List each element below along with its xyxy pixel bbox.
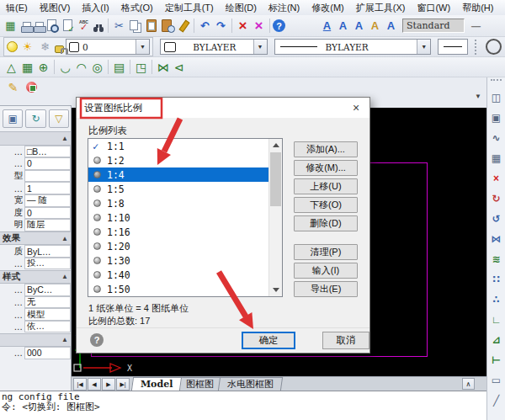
scale-option[interactable]: 1:20 — [88, 239, 268, 253]
menu-item[interactable]: 窗口(W) — [411, 2, 456, 14]
sphere-icon[interactable]: ⊕ — [35, 59, 51, 75]
scrollbar-up-icon[interactable] — [269, 139, 282, 152]
collapse-icon[interactable]: ▲ — [61, 235, 68, 242]
dish-icon[interactable]: ◡ — [57, 59, 73, 75]
scale-option[interactable]: 1:40 — [88, 268, 268, 282]
ok-button[interactable]: 确定 — [242, 332, 295, 349]
menu-item[interactable]: 标注(N) — [263, 2, 306, 14]
text-annotate-icon[interactable]: A — [351, 18, 367, 34]
text-underline-icon[interactable]: A — [319, 18, 335, 34]
collapse-icon[interactable]: ▲ — [61, 135, 68, 142]
properties-section-header[interactable]: ▲ — [0, 333, 71, 348]
linetype-combo[interactable]: BYLAYER ▼ — [274, 39, 432, 55]
plot-icon[interactable] — [31, 20, 44, 31]
lineweight-combo[interactable] — [438, 39, 468, 55]
copy-object-icon[interactable]: ◫ — [488, 88, 505, 108]
delete-button[interactable]: 删除(D) — [294, 215, 358, 231]
tab-last-button[interactable]: ▶| — [116, 378, 130, 391]
paste-special-icon[interactable] — [159, 18, 175, 34]
property-value[interactable]: 随层 — [24, 219, 71, 231]
menu-item[interactable]: 定制工具(T) — [159, 2, 220, 14]
sketch-icon[interactable]: ✎ — [5, 79, 21, 95]
menu-item[interactable]: 修改(M) — [306, 2, 350, 14]
menu-item[interactable]: 扩展工具(X) — [350, 2, 412, 14]
cut-icon[interactable]: ✂ — [111, 18, 127, 34]
undo-icon[interactable]: ↶ — [197, 18, 213, 34]
help-icon[interactable]: ? — [273, 19, 285, 32]
lengthen-icon[interactable]: ∟ — [488, 310, 505, 330]
circle-tool-icon[interactable] — [486, 39, 502, 55]
array-rect-icon[interactable]: ∷ — [488, 269, 505, 290]
publish-check-icon[interactable] — [60, 18, 76, 34]
collapse-icon[interactable]: ▲ — [61, 336, 68, 343]
chevron-down-icon[interactable]: ▼ — [136, 40, 149, 54]
layer-combo[interactable]: 0 ▼ — [66, 39, 150, 55]
erase-icon[interactable]: × — [235, 18, 251, 34]
find-icon[interactable] — [92, 22, 105, 30]
move-down-button[interactable]: 下移(O) — [294, 197, 358, 213]
mesh-icon[interactable]: ▤ — [111, 59, 127, 75]
refresh-icon[interactable]: ↻ — [25, 109, 45, 128]
tab-next-button[interactable]: ▶ — [102, 378, 115, 391]
scale-list[interactable]: ✓1:11:21:41:51:81:101:161:201:301:401:50 — [88, 138, 283, 297]
property-value[interactable]: 0 — [24, 207, 71, 220]
properties-section-header[interactable]: ▲ — [0, 131, 71, 146]
new-table-icon[interactable]: ▦ — [3, 18, 19, 34]
format-painter-icon[interactable] — [175, 18, 191, 34]
filter-icon[interactable]: ▽ — [49, 109, 69, 128]
toolbar-grip[interactable] — [491, 79, 502, 86]
array-polar-icon[interactable]: ∴ — [488, 290, 505, 310]
revolved-surface-icon[interactable]: ⋈ — [155, 59, 171, 75]
layer-lock-icon[interactable] — [55, 45, 64, 53]
stretch-icon[interactable]: ≋ — [488, 249, 505, 269]
extend-icon[interactable]: ⊢ — [488, 350, 505, 370]
close-icon[interactable]: × — [343, 98, 369, 118]
help-icon[interactable]: ? — [90, 333, 104, 347]
property-value[interactable] — [24, 170, 71, 183]
layer-freeze-icon[interactable]: ❄ — [37, 39, 53, 55]
scrollbar-thumb[interactable] — [270, 152, 281, 206]
box3d-icon[interactable]: ▭ — [488, 370, 505, 391]
move-up-button[interactable]: 上移(U) — [294, 178, 358, 194]
color-combo[interactable]: BYLAYER ▼ — [160, 39, 268, 55]
rotate-cw-icon[interactable]: ↻ — [488, 189, 505, 209]
menu-item[interactable]: 绘图(D) — [220, 2, 263, 14]
scale-option[interactable]: 1:30 — [88, 253, 268, 268]
trim-icon[interactable]: ⊿ — [488, 330, 505, 350]
scale-option[interactable]: 1:5 — [88, 182, 268, 196]
scale-option[interactable]: 1:50 — [88, 282, 268, 296]
menu-item[interactable]: 视图(V) — [34, 2, 77, 14]
paste-icon[interactable] — [143, 18, 159, 34]
copy-icon[interactable] — [127, 18, 143, 34]
cone-icon[interactable]: △ — [3, 59, 19, 75]
text-style-field[interactable]: Standard — [402, 19, 465, 33]
scroll-up-button[interactable]: ∧ — [462, 378, 475, 390]
tab-水电图框图[interactable]: 水电图框图 — [218, 377, 283, 391]
export-button[interactable]: 导出(E) — [294, 281, 358, 297]
properties-section-header[interactable]: 效果▲ — [0, 231, 71, 246]
menu-item[interactable]: 辑(E) — [0, 2, 34, 14]
property-value[interactable]: 模型 — [24, 308, 71, 321]
edge-surface-icon[interactable]: ◳ — [133, 59, 149, 75]
property-value[interactable]: 依… — [24, 321, 71, 333]
collapse-icon[interactable]: ▲ — [61, 273, 68, 280]
command-line[interactable]: ng config file 令: <切换到: 图框图> — [0, 391, 486, 420]
dome-icon[interactable]: ◠ — [73, 59, 89, 75]
scrollbar-down-icon[interactable] — [269, 284, 282, 296]
scale-option[interactable]: 1:2 — [88, 153, 268, 167]
erase-highlight-icon[interactable]: × — [251, 18, 267, 34]
menu-item[interactable]: 格式(O) — [115, 2, 159, 14]
block-icon[interactable]: ▣ — [488, 108, 505, 128]
property-value[interactable]: 0 — [24, 157, 71, 170]
render-icon[interactable] — [26, 82, 37, 93]
tab-prev-button[interactable]: ◀ — [88, 378, 101, 391]
property-value[interactable]: 投… — [24, 258, 71, 270]
text-edit-icon[interactable]: A — [367, 18, 383, 34]
erase-icon[interactable]: × — [488, 168, 505, 189]
scrollbar[interactable] — [268, 139, 282, 296]
menu-item[interactable]: 插入(I) — [76, 2, 114, 14]
array-icon[interactable]: ▦ — [488, 148, 505, 168]
property-value[interactable]: □B… — [24, 146, 71, 158]
quick-select-icon[interactable]: ▣ — [3, 109, 23, 128]
property-value[interactable]: — 随 — [24, 194, 71, 207]
